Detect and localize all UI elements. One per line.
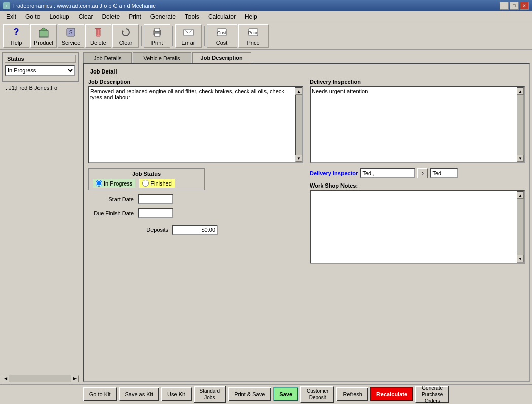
status-select[interactable]: In Progress Finished Pending Cancelled — [5, 65, 75, 76]
title-bar-buttons[interactable]: _ □ ✕ — [500, 2, 529, 10]
workshop-vscroll[interactable]: ▲ ▼ — [517, 191, 524, 263]
toolbar-print-button[interactable]: Print — [144, 24, 170, 48]
maximize-btn[interactable]: □ — [510, 2, 519, 10]
scroll-left-arrow[interactable]: ◀ — [2, 375, 9, 382]
job-description-input[interactable]: Removed and replaced engine oil and filt… — [89, 87, 295, 162]
start-date-label: Start Date — [88, 196, 134, 202]
job-description-column: Job Description Removed and replaced eng… — [88, 79, 303, 264]
app-icon: T — [3, 2, 10, 9]
start-date-input[interactable] — [138, 194, 173, 204]
menu-print[interactable]: Print — [125, 12, 145, 21]
workshop-notes-wrapper: ▲ ▼ — [310, 190, 525, 264]
del-scroll-track — [517, 95, 523, 155]
go-to-kit-button[interactable]: Go to Kit — [83, 387, 117, 401]
workshop-notes-input[interactable] — [311, 191, 517, 263]
save-button[interactable]: Save — [273, 387, 298, 401]
menu-lookup[interactable]: Lookup — [45, 12, 73, 21]
toolbar-email-button[interactable]: Email — [175, 24, 202, 48]
left-panel: Status In Progress Finished Pending Canc… — [0, 50, 81, 384]
scroll-up-arrow[interactable]: ▲ — [295, 88, 302, 95]
ws-scroll-down[interactable]: ▼ — [517, 255, 524, 262]
tab-bar: Job Details Vehicle Details Job Descript… — [83, 52, 530, 63]
deposits-input[interactable] — [172, 225, 218, 235]
svg-text:Price: Price — [248, 30, 259, 35]
menu-help[interactable]: Help — [241, 12, 261, 21]
generate-purchase-orders-button[interactable]: GeneratePurchaseOrders — [415, 386, 449, 403]
menu-generate[interactable]: Generate — [146, 12, 180, 21]
recalculate-button[interactable]: Recalculate — [370, 387, 413, 401]
menu-exit[interactable]: Exit — [2, 12, 20, 21]
toolbar-help-button[interactable]: ? Help — [3, 24, 29, 48]
tab-vehicle-details[interactable]: Vehicle Details — [133, 52, 191, 63]
toolbar-product-button[interactable]: Product — [30, 24, 57, 48]
toolbar-service-button[interactable]: S Service — [58, 24, 84, 48]
del-scroll-up[interactable]: ▲ — [517, 88, 524, 95]
scroll-right-arrow[interactable]: ▶ — [71, 375, 79, 382]
service-icon: S — [65, 26, 77, 39]
main-content: Status In Progress Finished Pending Canc… — [0, 50, 532, 384]
toolbar-delete-button[interactable]: Delete — [85, 24, 111, 48]
menu-calculator[interactable]: Calculator — [204, 12, 240, 21]
job-detail-columns: Job Description Removed and replaced eng… — [88, 79, 525, 264]
menu-clear[interactable]: Clear — [74, 12, 97, 21]
left-panel-hscrollbar[interactable]: ◀ ▶ — [2, 375, 79, 382]
deposits-label: Deposits — [133, 227, 168, 233]
delivery-inspector-input[interactable] — [360, 168, 415, 178]
del-scroll-down[interactable]: ▼ — [517, 155, 524, 162]
toolbar-cost-label: Cost — [216, 40, 228, 46]
svg-text:S: S — [69, 30, 73, 35]
radio-finished[interactable]: Finished — [139, 179, 175, 188]
tab-job-description[interactable]: Job Description — [192, 52, 251, 63]
title-bar: T Tradepronamics : www.rad.com.au J o b … — [0, 0, 532, 11]
tab-job-details[interactable]: Job Details — [83, 52, 132, 63]
title-bar-text: Tradepronamics : www.rad.com.au J o b C … — [12, 3, 156, 9]
toolbar-clear-button[interactable]: Clear — [112, 24, 139, 48]
delivery-inspection-input[interactable]: Needs urgent attention — [311, 87, 517, 162]
scroll-down-arrow[interactable]: ▼ — [295, 155, 302, 162]
status-label: Status — [5, 55, 76, 63]
price-icon: Price — [247, 26, 259, 39]
close-btn[interactable]: ✕ — [520, 2, 529, 10]
job-status-title: Job Status — [93, 171, 200, 177]
customer-deposit-button[interactable]: CustomerDeposit — [300, 386, 334, 403]
bottom-bar: Go to Kit Save as Kit Use Kit StandardJo… — [0, 384, 532, 404]
toolbar-price-button[interactable]: Price Price — [238, 24, 269, 48]
radio-group: In Progress Finished — [93, 179, 200, 188]
ws-scroll-up[interactable]: ▲ — [517, 192, 524, 199]
standard-jobs-button[interactable]: StandardJobs — [194, 386, 226, 403]
menu-delete[interactable]: Delete — [98, 12, 124, 21]
title-bar-left: T Tradepronamics : www.rad.com.au J o b … — [3, 2, 156, 9]
job-list-item[interactable]: ...J1;Fred B Jones;Fo — [2, 84, 79, 92]
radio-in-progress-input[interactable] — [96, 180, 102, 187]
use-kit-button[interactable]: Use Kit — [161, 387, 191, 401]
due-date-input[interactable] — [138, 208, 173, 218]
job-detail-box: Job Detail Job Description Removed and r… — [83, 63, 530, 382]
menu-goto[interactable]: Go to — [21, 12, 44, 21]
save-as-kit-button[interactable]: Save as Kit — [119, 387, 159, 401]
delivery-lookup-button[interactable]: > — [417, 168, 428, 178]
job-detail-legend: Job Detail — [90, 68, 525, 75]
job-desc-vscroll[interactable]: ▲ ▼ — [295, 87, 302, 162]
menu-tools[interactable]: Tools — [181, 12, 203, 21]
radio-in-progress[interactable]: In Progress — [93, 179, 135, 188]
toolbar-product-label: Product — [34, 40, 53, 46]
delete-icon — [92, 26, 104, 39]
deposits-row: Deposits — [88, 225, 303, 235]
delivery-inspection-label: Delivery Inspection — [310, 79, 525, 85]
minimize-btn[interactable]: _ — [500, 2, 509, 10]
cost-icon: Cost — [216, 26, 228, 39]
radio-finished-input[interactable] — [142, 180, 149, 187]
refresh-button[interactable]: Refresh — [336, 387, 368, 401]
clear-icon — [120, 26, 132, 39]
due-date-row: Due Finish Date — [88, 208, 303, 218]
toolbar-cost-button[interactable]: Cost Cost — [207, 24, 237, 48]
radio-finished-label: Finished — [150, 180, 172, 187]
product-icon — [37, 26, 50, 39]
delivery-vscroll[interactable]: ▲ ▼ — [517, 87, 524, 162]
svg-text:Cost: Cost — [217, 30, 227, 35]
email-icon — [182, 26, 195, 39]
print-save-button[interactable]: Print & Save — [228, 387, 271, 401]
delivery-inspection-wrapper: Needs urgent attention ▲ ▼ — [310, 86, 525, 163]
delivery-short-input[interactable] — [430, 168, 458, 178]
toolbar-separator-1 — [141, 26, 142, 46]
